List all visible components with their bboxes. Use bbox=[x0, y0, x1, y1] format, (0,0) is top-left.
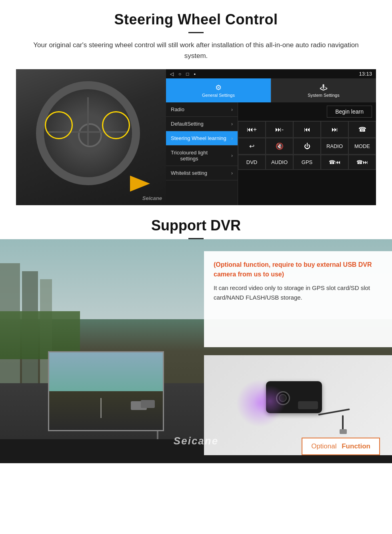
menu-whitelist-label: Whitelist setting bbox=[171, 170, 207, 176]
back-call-icon: ↩ bbox=[249, 142, 254, 150]
menu-steering-label: Steering Wheel learning bbox=[171, 135, 226, 141]
dvr-description: It can record video only to storage in G… bbox=[214, 283, 382, 302]
seicane-logo: Seicane bbox=[174, 435, 218, 447]
recents-icon: □ bbox=[186, 71, 189, 77]
vol-up-icon: ⏮+ bbox=[247, 126, 257, 133]
back-icon: ◁ bbox=[170, 71, 174, 77]
dvr-optional-title: (Optional function, require to buy exter… bbox=[214, 260, 382, 279]
optional-function-container: Optional Function bbox=[302, 438, 380, 455]
dvr-info-card: (Optional function, require to buy exter… bbox=[204, 251, 392, 347]
general-settings-label: General Settings bbox=[202, 93, 235, 98]
steering-section: Steering Wheel Control Your original car… bbox=[0, 0, 392, 205]
title-divider bbox=[188, 32, 204, 33]
seicane-watermark-steering: Seicane bbox=[142, 195, 162, 201]
dvd-label: DVD bbox=[246, 159, 257, 165]
ctrl-phone[interactable]: ☎ bbox=[348, 121, 376, 138]
system-settings-tab[interactable]: 🕹 System Settings bbox=[271, 78, 376, 102]
ctrl-back[interactable]: ↩ bbox=[238, 138, 266, 154]
highlight-left bbox=[45, 111, 73, 139]
ctrl-row-3: DVD AUDIO GPS ☎⏮ ☎⏭ bbox=[238, 155, 376, 170]
android-header: ⚙ General Settings 🕹 System Settings bbox=[166, 78, 376, 102]
call-prev-label: ☎⏮ bbox=[329, 159, 340, 165]
vol-down-icon: ⏭- bbox=[275, 126, 284, 133]
home-icon: ○ bbox=[178, 71, 181, 77]
steering-subtitle: Your original car's steering wheel contr… bbox=[24, 40, 368, 61]
thumb-inner bbox=[49, 352, 163, 430]
power-icon: ⏻ bbox=[304, 143, 310, 150]
control-panel: Begin learn ⏮+ ⏭- ⏮ bbox=[238, 102, 376, 205]
system-settings-label: System Settings bbox=[308, 93, 339, 98]
settings-icon: ⚙ bbox=[215, 83, 222, 92]
steering-content: Seicane ◁ ○ □ ▪ 13:13 ⚙ General Settings bbox=[16, 69, 376, 205]
statusbar-nav-icons: ◁ ○ □ ▪ bbox=[170, 71, 196, 77]
ctrl-prev-track[interactable]: ⏮ bbox=[293, 121, 321, 138]
dvr-title: Support DVR bbox=[16, 217, 376, 234]
ctrl-row-1: ⏮+ ⏭- ⏮ ⏭ ☎ bbox=[238, 121, 376, 138]
optional-function-button[interactable]: Optional Function bbox=[302, 438, 380, 455]
menu-list: Radio › DefaultSetting › Steering Wheel … bbox=[166, 102, 238, 205]
dvr-thumbnail-inset bbox=[48, 351, 164, 431]
menu-item-whitelist[interactable]: Whitelist setting › bbox=[166, 166, 238, 180]
menu-item-tricoloured[interactable]: Tricoloured light settings › bbox=[166, 146, 238, 166]
dvr-divider bbox=[188, 238, 204, 239]
menu-tricoloured-label-line2: settings bbox=[171, 156, 208, 162]
begin-learn-button[interactable]: Begin learn bbox=[327, 106, 372, 118]
menu-tricoloured-label-line1: Tricoloured light bbox=[171, 150, 208, 156]
phone-icon: ☎ bbox=[358, 126, 366, 133]
menu-radio-label: Radio bbox=[171, 106, 184, 112]
menu-item-default-setting[interactable]: DefaultSetting › bbox=[166, 117, 238, 131]
system-icon: 🕹 bbox=[320, 84, 327, 92]
menu-steering-arrow: › bbox=[231, 136, 233, 141]
menu-radio-arrow: › bbox=[231, 107, 233, 112]
svg-marker-0 bbox=[130, 176, 150, 192]
gps-label: GPS bbox=[302, 159, 312, 165]
menu-whitelist-arrow: › bbox=[231, 170, 233, 176]
ctrl-row-2: ↩ 🔇 ⏻ RADIO MODE bbox=[238, 138, 376, 155]
dvr-background: (Optional function, require to buy exter… bbox=[0, 239, 392, 463]
next-track-icon: ⏭ bbox=[332, 126, 338, 133]
ctrl-audio[interactable]: AUDIO bbox=[266, 155, 293, 170]
ctrl-mode[interactable]: MODE bbox=[348, 138, 376, 154]
wheel-background: Seicane bbox=[16, 69, 166, 205]
ctrl-power[interactable]: ⏻ bbox=[293, 138, 321, 154]
mode-label: MODE bbox=[354, 143, 370, 149]
menu-icon: ▪ bbox=[194, 71, 196, 77]
menu-item-steering-learning[interactable]: Steering Wheel learning › bbox=[166, 131, 238, 146]
highlight-right bbox=[102, 111, 130, 139]
menu-item-radio[interactable]: Radio › bbox=[166, 102, 238, 117]
ctrl-next-track[interactable]: ⏭ bbox=[321, 121, 348, 138]
audio-label: AUDIO bbox=[271, 159, 288, 165]
ctrl-mute[interactable]: 🔇 bbox=[266, 138, 293, 154]
ctrl-call-next[interactable]: ☎⏭ bbox=[348, 155, 376, 170]
statusbar-time: 13:13 bbox=[359, 71, 372, 77]
ctrl-vol-down[interactable]: ⏭- bbox=[266, 121, 293, 138]
begin-learn-row: Begin learn bbox=[238, 102, 376, 121]
mute-icon: 🔇 bbox=[276, 142, 284, 150]
space-span bbox=[338, 442, 340, 450]
steering-title: Steering Wheel Control bbox=[16, 11, 376, 28]
general-settings-tab[interactable]: ⚙ General Settings bbox=[166, 78, 271, 102]
optional-word: Optional bbox=[311, 442, 336, 450]
ctrl-gps[interactable]: GPS bbox=[293, 155, 321, 170]
android-body: Radio › DefaultSetting › Steering Wheel … bbox=[166, 102, 376, 205]
ctrl-vol-up[interactable]: ⏮+ bbox=[238, 121, 266, 138]
dvr-header: Support DVR bbox=[0, 209, 392, 239]
function-word: Function bbox=[342, 442, 370, 450]
menu-default-label: DefaultSetting bbox=[171, 121, 204, 127]
android-ui-panel: ◁ ○ □ ▪ 13:13 ⚙ General Settings 🕹 Syste… bbox=[166, 69, 376, 205]
menu-tricoloured-arrow: › bbox=[231, 153, 233, 158]
prev-track-icon: ⏮ bbox=[304, 126, 310, 133]
ctrl-radio-btn[interactable]: RADIO bbox=[321, 138, 348, 154]
call-next-label: ☎⏭ bbox=[356, 159, 368, 165]
ctrl-call-prev[interactable]: ☎⏮ bbox=[321, 155, 348, 170]
menu-default-arrow: › bbox=[231, 121, 233, 127]
radio-label: RADIO bbox=[326, 143, 343, 149]
ctrl-dvd[interactable]: DVD bbox=[238, 155, 266, 170]
android-statusbar: ◁ ○ □ ▪ 13:13 bbox=[166, 69, 376, 78]
dvr-section: Support DVR bbox=[0, 209, 392, 463]
steering-photo: Seicane bbox=[16, 69, 166, 205]
